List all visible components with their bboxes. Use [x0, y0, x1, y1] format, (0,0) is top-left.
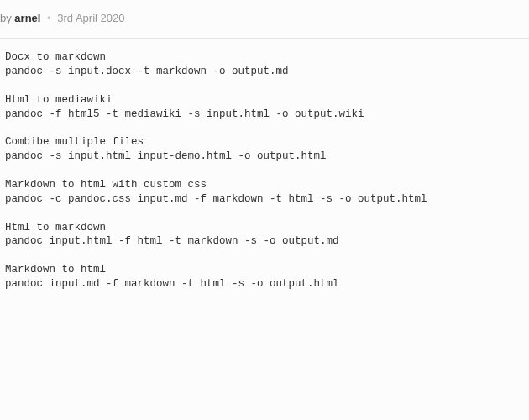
bullet-separator: • [47, 12, 51, 24]
post-date: 3rd April 2020 [57, 12, 124, 24]
author-link[interactable]: arnel [14, 12, 40, 24]
by-prefix: by [0, 12, 14, 24]
post-byline: by arnel • 3rd April 2020 [0, 0, 529, 39]
code-block: Docx to markdown pandoc -s input.docx -t… [0, 50, 529, 291]
